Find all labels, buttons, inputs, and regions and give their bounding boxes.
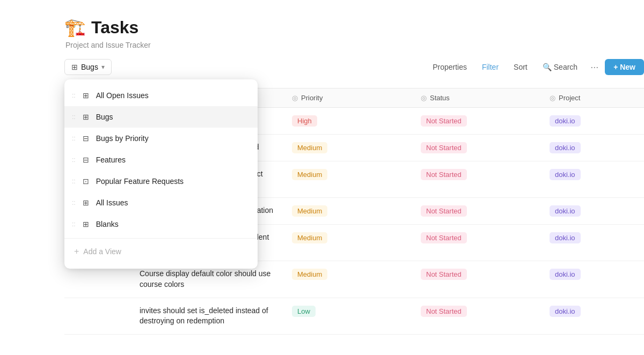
dropdown-item-all-open-issues[interactable]: :: ⊞ All Open Issues ··· (64, 85, 258, 106)
status-badge: Not Started (421, 306, 467, 317)
project-col-icon: ◎ (550, 94, 555, 102)
dropdown-item-blanks[interactable]: :: ⊞ Blanks ··· (64, 213, 258, 235)
drag-handle-icon: :: (72, 156, 76, 164)
status-cell: Not Started (412, 108, 541, 135)
priority-badge: Medium (292, 205, 327, 217)
drag-handle-icon: :: (72, 135, 76, 142)
new-button[interactable]: + New (605, 59, 644, 75)
priority-cell: Medium (283, 198, 412, 225)
view-selector-button[interactable]: ⊞ Bugs ▾ (64, 59, 112, 75)
add-view-label: Add a View (83, 247, 121, 256)
priority-cell: Medium (283, 225, 412, 261)
filter-label: Filter (482, 63, 499, 71)
priority-cell: Low (283, 298, 412, 334)
status-col-icon: ◎ (421, 94, 427, 102)
status-cell: Not Started (412, 298, 541, 334)
sort-label: Sort (514, 63, 528, 71)
status-badge: Not Started (421, 169, 467, 180)
project-badge: doki.io (550, 269, 581, 280)
project-badge: doki.io (550, 306, 581, 317)
status-cell: Not Started (412, 198, 541, 225)
main-container: 🏗️ Tasks Project and Issue Tracker ⊞ Bug… (0, 0, 644, 355)
search-label: Search (554, 63, 577, 71)
priority-cell: Medium (283, 261, 412, 298)
plus-icon: + (74, 247, 79, 256)
search-button[interactable]: 🔍 Search (536, 60, 584, 75)
dropdown-item-label: All Open Issues (96, 91, 231, 100)
view-type-icon: ⊟ (81, 134, 91, 143)
view-type-icon: ⊞ (81, 113, 91, 121)
view-type-icon: ⊞ (81, 91, 91, 100)
priority-badge: Medium (292, 169, 327, 180)
drag-handle-icon: :: (72, 113, 76, 121)
project-cell: doki.io (541, 225, 644, 261)
priority-badge: Medium (292, 142, 327, 153)
properties-button[interactable]: Properties (426, 60, 473, 75)
priority-badge: High (292, 115, 317, 127)
project-cell: doki.io (541, 108, 644, 135)
status-badge: Not Started (421, 269, 467, 280)
priority-cell: Medium (283, 135, 412, 161)
project-badge: doki.io (550, 205, 581, 217)
status-cell: Not Started (412, 261, 541, 298)
view-selector-icon: ⊞ (71, 63, 78, 71)
priority-cell: Medium (283, 161, 412, 198)
app-subtitle: Project and Issue Tracker (65, 41, 644, 49)
task-name-cell: invites should set is_deleted instead of… (64, 298, 283, 334)
app-title-row: 🏗️ Tasks (64, 17, 644, 38)
more-button[interactable]: ··· (586, 60, 603, 75)
project-badge: doki.io (550, 142, 581, 153)
project-badge: doki.io (550, 169, 581, 180)
dropdown-item-bugs[interactable]: :: ⊞ Bugs ··· (64, 106, 258, 128)
dropdown-item-label: Bugs by Priority (96, 134, 231, 143)
priority-badge: Medium (292, 232, 327, 243)
status-cell: Not Started (412, 135, 541, 161)
dropdown-item-features[interactable]: :: ⊟ Features ··· (64, 149, 258, 171)
dropdown-item-popular-feature-requests[interactable]: :: ⊡ Popular Feature Requests ··· (64, 171, 258, 192)
dropdown-item-all-issues[interactable]: :: ⊞ All Issues ··· (64, 192, 258, 213)
new-label: + New (613, 63, 635, 71)
dropdown-item-label: Features (96, 156, 231, 164)
drag-handle-icon: :: (72, 92, 76, 99)
toolbar: ⊞ Bugs ▾ Properties Filter Sort 🔍 Search (64, 59, 644, 82)
view-selector-label: Bugs (81, 63, 98, 71)
status-col-label: Status (430, 94, 450, 102)
project-cell: doki.io (541, 161, 644, 198)
priority-badge: Low (292, 306, 316, 317)
header-section: 🏗️ Tasks Project and Issue Tracker ⊞ Bug… (64, 17, 644, 88)
dropdown-item-label: Bugs (96, 113, 231, 121)
view-type-icon: ⊡ (81, 177, 91, 186)
col-header-priority: ◎ Priority (283, 88, 412, 108)
col-header-status: ◎ Status (412, 88, 541, 108)
app-icon: 🏗️ (64, 17, 86, 38)
properties-label: Properties (433, 63, 467, 71)
search-icon: 🔍 (543, 63, 552, 71)
status-cell: Not Started (412, 161, 541, 198)
priority-col-icon: ◎ (292, 94, 298, 102)
priority-badge: Medium (292, 269, 327, 280)
drag-handle-icon: :: (72, 178, 76, 185)
table-row[interactable]: invites should set is_deleted instead of… (64, 298, 644, 334)
view-type-icon: ⊞ (81, 220, 91, 228)
project-cell: doki.io (541, 298, 644, 334)
dropdown-item-label: Popular Feature Requests (96, 177, 231, 186)
dropdown-item-label: All Issues (96, 198, 231, 207)
priority-cell: High (283, 108, 412, 135)
sort-button[interactable]: Sort (507, 60, 534, 75)
view-type-icon: ⊞ (81, 198, 91, 207)
drag-handle-icon: :: (72, 199, 76, 206)
project-cell: doki.io (541, 135, 644, 161)
col-header-project: ◎ Project (541, 88, 644, 108)
status-cell: Not Started (412, 225, 541, 261)
chevron-down-icon: ▾ (101, 63, 105, 71)
project-badge: doki.io (550, 115, 581, 127)
view-type-icon: ⊟ (81, 156, 91, 164)
project-cell: doki.io (541, 198, 644, 225)
add-view-row[interactable]: + Add a View (64, 242, 258, 261)
project-col-label: Project (559, 94, 580, 102)
status-badge: Not Started (421, 115, 467, 127)
filter-button[interactable]: Filter (475, 60, 505, 75)
dropdown-item-bugs-by-priority[interactable]: :: ⊟ Bugs by Priority ··· (64, 128, 258, 149)
dropdown-divider (64, 238, 258, 239)
project-cell: doki.io (541, 261, 644, 298)
